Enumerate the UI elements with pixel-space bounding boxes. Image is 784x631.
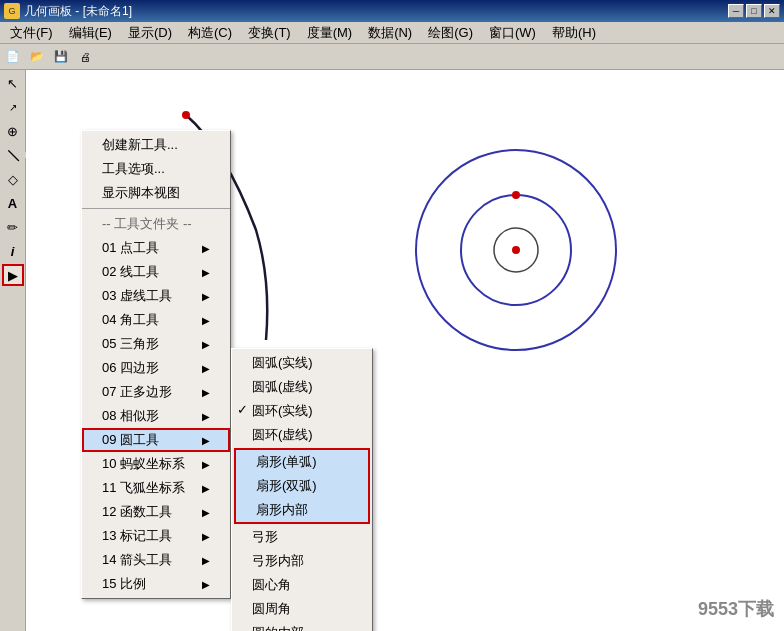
svg-point-0 (182, 111, 190, 119)
maximize-button[interactable]: □ (746, 4, 762, 18)
sub-sector-single[interactable]: 扇形(单弧) (236, 450, 368, 474)
svg-point-4 (512, 246, 520, 254)
sub-inscribed-angle[interactable]: 圆周角 (232, 597, 372, 621)
tool-draw[interactable]: ✏ (2, 216, 24, 238)
menu-data[interactable]: 数据(N) (360, 23, 420, 43)
menu-construct[interactable]: 构造(C) (180, 23, 240, 43)
toolbar-new[interactable]: 📄 (2, 46, 24, 68)
tool-text[interactable]: A (2, 192, 24, 214)
app-icon: G (4, 3, 20, 19)
canvas-area[interactable]: 创建新工具... 工具选项... 显示脚本视图 -- 工具文件夹 -- 01 点… (26, 70, 784, 631)
ctx-01-point[interactable]: 01 点工具 ▶ (82, 236, 230, 260)
toolbar-open[interactable]: 📂 (26, 46, 48, 68)
menu-display[interactable]: 显示(D) (120, 23, 180, 43)
sub-ring-dashed[interactable]: 圆环(虚线) (232, 423, 372, 447)
ctx-08-similar[interactable]: 08 相似形 ▶ (82, 404, 230, 428)
ctx-09-circle[interactable]: 09 圆工具 ▶ (82, 428, 230, 452)
close-button[interactable]: ✕ (764, 4, 780, 18)
ctx-09-circle-wrap: 09 圆工具 ▶ 圆弧(实线) 圆弧(虚线) ✓ 圆环(实线) 圆环(虚线) 扇… (82, 428, 230, 452)
menu-measure[interactable]: 度量(M) (299, 23, 361, 43)
tool-line[interactable]: | (0, 139, 28, 170)
tool-animate[interactable]: ▶ (2, 264, 24, 286)
ctx-11-fox[interactable]: 11 飞狐坐标系 ▶ (82, 476, 230, 500)
ctx-show-script[interactable]: 显示脚本视图 (82, 181, 230, 205)
sub-central-angle[interactable]: 圆心角 (232, 573, 372, 597)
ctx-separator1 (82, 208, 230, 209)
ctx-13-mark[interactable]: 13 标记工具 ▶ (82, 524, 230, 548)
ctx-create-tool[interactable]: 创建新工具... (82, 133, 230, 157)
main-area: ↖ ↗ ⊕ | ◇ A ✏ i ▶ 创建新工具... (0, 70, 784, 631)
ctx-12-function[interactable]: 12 函数工具 ▶ (82, 500, 230, 524)
sub-sector-double[interactable]: 扇形(双弧) (236, 474, 368, 498)
left-toolbar: ↖ ↗ ⊕ | ◇ A ✏ i ▶ (0, 70, 26, 631)
tool-select[interactable]: ↖ (2, 72, 24, 94)
svg-point-5 (512, 191, 520, 199)
toolbar-print[interactable]: 🖨 (74, 46, 96, 68)
ctx-15-ratio[interactable]: 15 比例 ▶ (82, 572, 230, 596)
circle-submenu[interactable]: 圆弧(实线) 圆弧(虚线) ✓ 圆环(实线) 圆环(虚线) 扇形(单弧) 扇形(… (231, 348, 373, 631)
toolbar: 📄 📂 💾 🖨 (0, 44, 784, 70)
title-bar: G 几何画板 - [未命名1] ─ □ ✕ (0, 0, 784, 22)
menu-edit[interactable]: 编辑(E) (61, 23, 120, 43)
watermark: 9553下载 (698, 597, 774, 621)
menu-file[interactable]: 文件(F) (2, 23, 61, 43)
toolbar-save[interactable]: 💾 (50, 46, 72, 68)
window-controls[interactable]: ─ □ ✕ (728, 4, 780, 18)
sub-segment[interactable]: 弓形 (232, 525, 372, 549)
ctx-06-quad[interactable]: 06 四边形 ▶ (82, 356, 230, 380)
tool-select2[interactable]: ↗ (2, 96, 24, 118)
ctx-04-angle[interactable]: 04 角工具 ▶ (82, 308, 230, 332)
ctx-02-line[interactable]: 02 线工具 ▶ (82, 260, 230, 284)
ctx-10-ant[interactable]: 10 蚂蚁坐标系 ▶ (82, 452, 230, 476)
sub-arc-dashed[interactable]: 圆弧(虚线) (232, 375, 372, 399)
ctx-05-triangle[interactable]: 05 三角形 ▶ (82, 332, 230, 356)
sub-sector-interior[interactable]: 扇形内部 (236, 498, 368, 522)
ctx-07-polygon[interactable]: 07 正多边形 ▶ (82, 380, 230, 404)
menu-bar: 文件(F) 编辑(E) 显示(D) 构造(C) 变换(T) 度量(M) 数据(N… (0, 22, 784, 44)
tool-polygon[interactable]: ◇ (2, 168, 24, 190)
menu-transform[interactable]: 变换(T) (240, 23, 299, 43)
sub-circle-interior[interactable]: 圆的内部 (232, 621, 372, 631)
menu-window[interactable]: 窗口(W) (481, 23, 544, 43)
menu-graph[interactable]: 绘图(G) (420, 23, 481, 43)
tool-info[interactable]: i (2, 240, 24, 262)
sub-arc-solid[interactable]: 圆弧(实线) (232, 351, 372, 375)
ctx-03-dashed[interactable]: 03 虚线工具 ▶ (82, 284, 230, 308)
menu-help[interactable]: 帮助(H) (544, 23, 604, 43)
ctx-folder-header: -- 工具文件夹 -- (82, 212, 230, 236)
minimize-button[interactable]: ─ (728, 4, 744, 18)
sub-segment-interior[interactable]: 弓形内部 (232, 549, 372, 573)
context-menu[interactable]: 创建新工具... 工具选项... 显示脚本视图 -- 工具文件夹 -- 01 点… (81, 130, 231, 599)
sub-ring-solid[interactable]: ✓ 圆环(实线) (232, 399, 372, 423)
ctx-tool-options[interactable]: 工具选项... (82, 157, 230, 181)
window-title: 几何画板 - [未命名1] (24, 3, 728, 20)
ctx-14-arrow[interactable]: 14 箭头工具 ▶ (82, 548, 230, 572)
